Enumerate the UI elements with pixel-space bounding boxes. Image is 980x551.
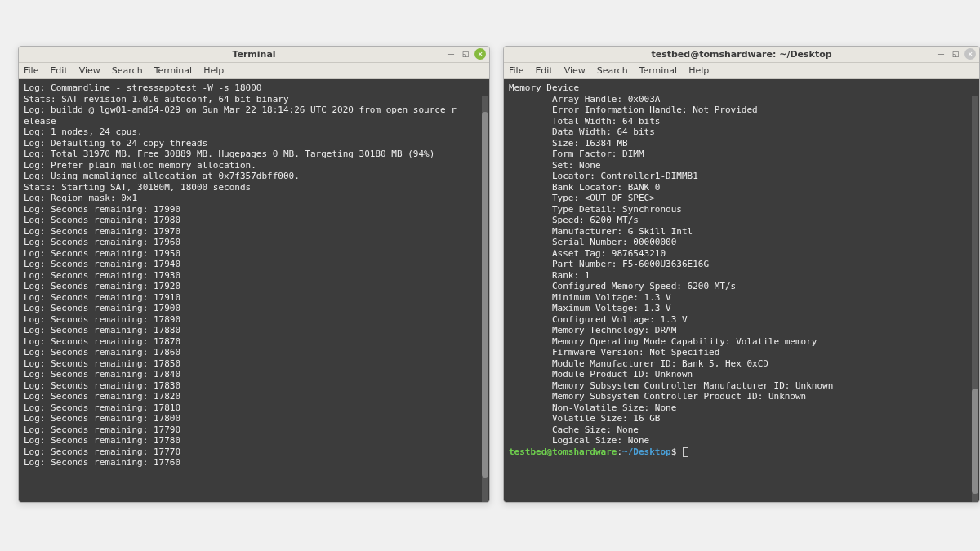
menu-file[interactable]: File bbox=[509, 65, 523, 76]
menu-view[interactable]: View bbox=[564, 65, 586, 76]
titlebar[interactable]: Terminal — ◱ ✕ bbox=[19, 47, 489, 63]
menu-terminal[interactable]: Terminal bbox=[639, 65, 678, 76]
close-icon[interactable]: ✕ bbox=[964, 48, 976, 60]
cursor-icon bbox=[683, 447, 688, 457]
prompt-dollar: $ bbox=[671, 447, 682, 457]
menubar: FileEditViewSearchTerminalHelp bbox=[504, 63, 979, 79]
menu-file[interactable]: File bbox=[24, 65, 38, 76]
menu-edit[interactable]: Edit bbox=[50, 65, 67, 76]
close-icon[interactable]: ✕ bbox=[474, 48, 486, 60]
terminal-window-right: testbed@tomshardware: ~/Desktop — ◱ ✕ Fi… bbox=[503, 46, 980, 503]
titlebar-controls: — ◱ ✕ bbox=[935, 48, 976, 60]
window-title: Terminal bbox=[232, 49, 275, 60]
minimize-icon[interactable]: — bbox=[445, 48, 457, 60]
scrollbar[interactable] bbox=[972, 96, 978, 502]
titlebar-controls: — ◱ ✕ bbox=[445, 48, 486, 60]
window-title: testbed@tomshardware: ~/Desktop bbox=[651, 49, 831, 60]
menu-edit[interactable]: Edit bbox=[535, 65, 552, 76]
menu-help[interactable]: Help bbox=[203, 65, 224, 76]
scrollbar-thumb[interactable] bbox=[482, 112, 488, 478]
prompt-user: testbed@tomshardware bbox=[509, 447, 617, 457]
menu-search[interactable]: Search bbox=[597, 65, 628, 76]
minimize-icon[interactable]: — bbox=[935, 48, 947, 60]
maximize-icon[interactable]: ◱ bbox=[950, 48, 961, 60]
menu-terminal[interactable]: Terminal bbox=[154, 65, 193, 76]
terminal-output[interactable]: Memory Device Array Handle: 0x003A Error… bbox=[504, 79, 979, 502]
terminal-output[interactable]: Log: Commandline - stressapptest -W -s 1… bbox=[19, 79, 489, 502]
terminal-window-left: Terminal — ◱ ✕ FileEditViewSearchTermina… bbox=[18, 46, 490, 503]
maximize-icon[interactable]: ◱ bbox=[460, 48, 471, 60]
menubar: FileEditViewSearchTerminalHelp bbox=[19, 63, 489, 79]
prompt-path: ~/Desktop bbox=[622, 447, 671, 457]
menu-view[interactable]: View bbox=[79, 65, 100, 76]
menu-search[interactable]: Search bbox=[112, 65, 143, 76]
scrollbar[interactable] bbox=[482, 96, 488, 502]
scrollbar-thumb[interactable] bbox=[972, 389, 978, 494]
titlebar[interactable]: testbed@tomshardware: ~/Desktop — ◱ ✕ bbox=[504, 47, 979, 63]
menu-help[interactable]: Help bbox=[688, 65, 709, 76]
